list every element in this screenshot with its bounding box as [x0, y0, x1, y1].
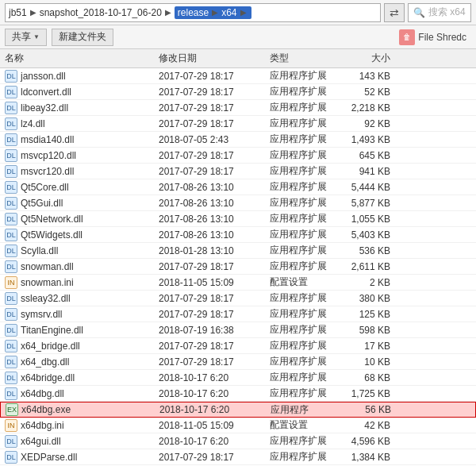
- table-row[interactable]: DL x64dbg.dll 2018-10-17 6:20 应用程序扩展 1,7…: [0, 386, 476, 402]
- refresh-button[interactable]: ⇄: [384, 3, 405, 22]
- file-name: x64dbg.exe: [21, 404, 71, 415]
- file-name: libeay32.dll: [21, 102, 68, 114]
- cell-date: 2017-07-29 18:17: [159, 150, 270, 161]
- cell-name: DL Scylla.dll: [0, 245, 159, 257]
- cell-date: 2017-07-29 18:17: [159, 71, 270, 82]
- file-icon: DL: [5, 181, 17, 194]
- cell-name: DL XEDParse.dll: [0, 451, 159, 464]
- table-row[interactable]: DL TitanEngine.dll 2018-07-19 16:38 应用程序…: [0, 322, 476, 338]
- table-row[interactable]: DL Scylla.dll 2018-01-28 13:10 应用程序扩展 53…: [0, 243, 476, 259]
- file-name: x64dbg.dll: [21, 388, 64, 399]
- table-row[interactable]: DL ssleay32.dll 2017-07-29 18:17 应用程序扩展 …: [0, 291, 476, 306]
- cell-type: 应用程序扩展: [270, 148, 341, 162]
- table-row[interactable]: DL Qt5Widgets.dll 2017-08-26 13:10 应用程序扩…: [0, 227, 476, 243]
- cell-type: 应用程序: [271, 403, 342, 417]
- cell-name: DL msvcr120.dll: [0, 165, 159, 178]
- file-name: x64_dbg.dll: [21, 356, 69, 368]
- table-row[interactable]: DL snowman.dll 2017-07-29 18:17 应用程序扩展 2…: [0, 259, 476, 275]
- cell-type: 应用程序扩展: [270, 387, 341, 400]
- file-name: msdia140.dll: [21, 134, 74, 145]
- cell-size: 17 KB: [341, 341, 397, 352]
- file-name: x64dbg.ini: [21, 420, 64, 431]
- cell-size: 536 KB: [341, 245, 397, 256]
- table-row[interactable]: DL libeay32.dll 2017-07-29 18:17 应用程序扩展 …: [0, 100, 476, 116]
- cell-date: 2018-07-19 16:38: [159, 325, 270, 336]
- share-button[interactable]: 共享 ▼: [5, 29, 47, 46]
- file-shredder-button[interactable]: 🗑 File Shredc: [394, 28, 471, 47]
- path-segment-snapshot: snapshot_2018-10-17_06-20: [40, 7, 162, 18]
- table-row[interactable]: DL symsrv.dll 2017-07-29 18:17 应用程序扩展 12…: [0, 306, 476, 322]
- search-box[interactable]: 🔍 搜索 x64: [408, 3, 471, 22]
- table-row[interactable]: DL ldconvert.dll 2017-07-29 18:17 应用程序扩展…: [0, 84, 476, 100]
- file-name: msvcp120.dll: [21, 150, 76, 161]
- search-icon: 🔍: [413, 7, 425, 18]
- cell-name: DL Qt5Widgets.dll: [0, 229, 159, 241]
- table-row[interactable]: DL x64bridge.dll 2018-10-17 6:20 应用程序扩展 …: [0, 370, 476, 386]
- col-header-type[interactable]: 类型: [270, 52, 341, 65]
- cell-type: 应用程序扩展: [270, 69, 341, 83]
- cell-date: 2018-10-17 6:20: [159, 388, 270, 399]
- col-header-size[interactable]: 大小: [341, 52, 397, 65]
- cell-type: 应用程序扩展: [270, 323, 341, 337]
- cell-type: 应用程序扩展: [270, 164, 341, 178]
- col-header-date[interactable]: 修改日期: [159, 52, 270, 65]
- cell-type: 应用程序扩展: [270, 355, 341, 368]
- table-row[interactable]: DL msvcp120.dll 2017-07-29 18:17 应用程序扩展 …: [0, 148, 476, 164]
- table-row[interactable]: DL x64_dbg.dll 2017-07-29 18:17 应用程序扩展 1…: [0, 354, 476, 370]
- file-name: Qt5Core.dll: [21, 182, 69, 193]
- cell-date: 2017-07-29 18:17: [159, 356, 270, 368]
- table-row[interactable]: DL msdia140.dll 2018-07-05 2:43 应用程序扩展 1…: [0, 132, 476, 148]
- cell-name: DL ssleay32.dll: [0, 292, 159, 305]
- cell-date: 2017-08-26 13:10: [159, 229, 270, 241]
- file-name: ldconvert.dll: [21, 87, 71, 98]
- cell-date: 2017-07-29 18:17: [159, 166, 270, 177]
- cell-size: 2,218 KB: [341, 102, 397, 114]
- file-icon: DL: [5, 117, 17, 130]
- cell-size: 42 KB: [341, 420, 397, 431]
- table-row[interactable]: DL msvcr120.dll 2017-07-29 18:17 应用程序扩展 …: [0, 164, 476, 179]
- cell-type: 应用程序扩展: [270, 260, 341, 273]
- file-icon: DL: [5, 356, 17, 368]
- file-icon: DL: [5, 308, 17, 321]
- cell-date: 2017-07-29 18:17: [159, 293, 270, 304]
- file-icon: DL: [5, 133, 17, 146]
- table-row[interactable]: DL x64gui.dll 2018-10-17 6:20 应用程序扩展 4,5…: [0, 433, 476, 449]
- cell-name: DL libeay32.dll: [0, 102, 159, 114]
- shredder-icon: 🗑: [399, 29, 415, 45]
- table-row[interactable]: DL lz4.dll 2017-07-29 18:17 应用程序扩展 92 KB: [0, 116, 476, 132]
- cell-size: 380 KB: [341, 293, 397, 304]
- address-path[interactable]: jb51 ▶ snapshot_2018-10-17_06-20 ▶ relea…: [5, 3, 381, 22]
- new-folder-label: 新建文件夹: [59, 30, 106, 44]
- table-row[interactable]: DL Qt5Network.dll 2017-08-26 13:10 应用程序扩…: [0, 211, 476, 227]
- file-icon: DL: [5, 451, 17, 464]
- cell-type: 应用程序扩展: [270, 101, 341, 114]
- cell-date: 2017-07-29 18:17: [159, 261, 270, 272]
- path-release: release: [178, 7, 209, 18]
- shredder-label: File Shredc: [418, 32, 466, 43]
- file-name: ssleay32.dll: [21, 293, 71, 304]
- table-row[interactable]: IN snowman.ini 2018-11-05 15:09 配置设置 2 K…: [0, 275, 476, 291]
- cell-size: 5,403 KB: [341, 229, 397, 241]
- table-row[interactable]: DL XEDParse.dll 2017-07-29 18:17 应用程序扩展 …: [0, 449, 476, 465]
- cell-name: DL msvcp120.dll: [0, 149, 159, 162]
- table-row[interactable]: DL x64_bridge.dll 2017-07-29 18:17 应用程序扩…: [0, 338, 476, 354]
- table-row[interactable]: DL Qt5Gui.dll 2017-08-26 13:10 应用程序扩展 5,…: [0, 195, 476, 211]
- cell-name: DL lz4.dll: [0, 117, 159, 130]
- cell-size: 2,611 KB: [341, 261, 397, 272]
- path-highlighted[interactable]: release ▶ x64 ▶: [175, 6, 251, 19]
- col-header-name[interactable]: 名称: [0, 52, 159, 65]
- file-icon: DL: [5, 165, 17, 178]
- cell-date: 2017-07-29 18:17: [159, 309, 270, 320]
- table-row[interactable]: DL Qt5Core.dll 2017-08-26 13:10 应用程序扩展 5…: [0, 179, 476, 195]
- file-icon: DL: [5, 213, 17, 225]
- share-label: 共享: [12, 30, 31, 44]
- address-bar: jb51 ▶ snapshot_2018-10-17_06-20 ▶ relea…: [0, 0, 476, 25]
- table-row[interactable]: IN x64dbg.ini 2018-11-05 15:09 配置设置 42 K…: [0, 418, 476, 433]
- file-name: Qt5Network.dll: [21, 214, 83, 225]
- table-row[interactable]: EX x64dbg.exe 2018-10-17 6:20 应用程序 56 KB: [0, 402, 476, 418]
- table-row[interactable]: DL jansson.dll 2017-07-29 18:17 应用程序扩展 1…: [0, 68, 476, 84]
- file-name: x64gui.dll: [21, 436, 61, 447]
- new-folder-button[interactable]: 新建文件夹: [52, 29, 113, 46]
- cell-size: 56 KB: [342, 404, 397, 415]
- file-icon: DL: [5, 292, 17, 305]
